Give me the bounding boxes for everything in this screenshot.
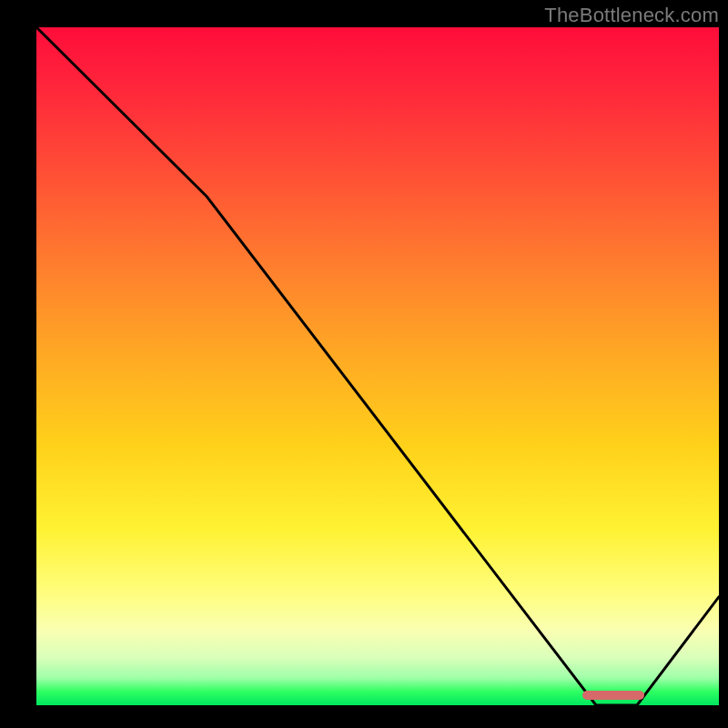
chart-frame: TheBottleneck.com — [0, 0, 728, 728]
watermark-text: TheBottleneck.com — [544, 4, 719, 27]
plot-area — [36, 27, 719, 705]
optimal-range-marker — [582, 691, 644, 700]
bottleneck-line — [36, 27, 719, 705]
